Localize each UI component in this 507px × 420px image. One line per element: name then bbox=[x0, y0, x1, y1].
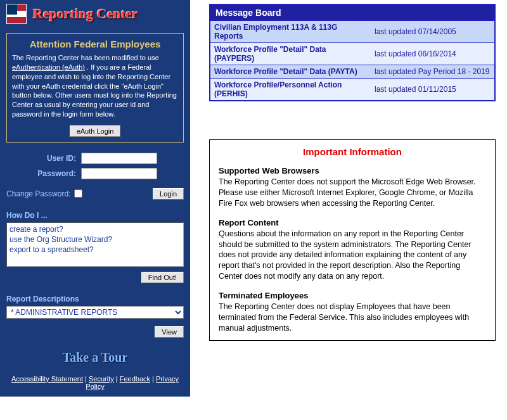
attention-heading: Attention Federal Employees bbox=[12, 39, 178, 49]
take-a-tour-link[interactable]: Take a Tour bbox=[6, 350, 184, 365]
info-subheading: Report Content bbox=[219, 218, 486, 227]
feedback-link[interactable]: Feedback bbox=[120, 375, 150, 383]
sidebar: Reporting Center Attention Federal Emplo… bbox=[0, 0, 190, 397]
report-link[interactable]: Workforce Profile "Detail" Data (PAYTA) bbox=[210, 65, 371, 79]
howdo-item[interactable]: export to a spreadsheet? bbox=[10, 245, 181, 255]
user-id-input[interactable] bbox=[81, 153, 157, 164]
report-link[interactable]: Workforce Profile/Personnel Action (PERH… bbox=[210, 79, 371, 101]
report-date: last updated Pay Period 18 - 2019 bbox=[371, 65, 494, 79]
report-date: last updated 01/11/2015 bbox=[371, 79, 494, 101]
important-info-title: Important Information bbox=[219, 146, 486, 157]
info-paragraph: The Reporting Center does not support th… bbox=[219, 177, 486, 209]
attention-pre: The Reporting Center has been modified t… bbox=[12, 54, 159, 61]
main-content: Message Board Civilian Employment 113A &… bbox=[190, 0, 507, 397]
info-subheading: Terminated Employees bbox=[219, 291, 486, 300]
login-button[interactable]: Login bbox=[153, 188, 184, 200]
report-desc-select[interactable]: * ADMINISTRATIVE REPORTS bbox=[6, 306, 184, 319]
info-subheading: Supported Web Browsers bbox=[219, 166, 486, 175]
info-paragraph: The Reporting Center does not display Em… bbox=[219, 302, 486, 334]
howdo-item[interactable]: create a report? bbox=[10, 224, 181, 234]
report-date: last updated 07/14/2005 bbox=[371, 21, 494, 43]
flag-logo-icon bbox=[6, 4, 27, 24]
table-row: Workforce Profile "Detail" Data (PAYTA) … bbox=[210, 65, 494, 79]
message-board-title: Message Board bbox=[210, 5, 494, 20]
change-password-label: Change Password: bbox=[6, 189, 70, 198]
message-board-table: Civilian Employment 113A & 113G Reports … bbox=[210, 20, 494, 100]
logo-row: Reporting Center bbox=[6, 0, 184, 29]
attention-text: The Reporting Center has been modified t… bbox=[12, 53, 178, 119]
table-row: Civilian Employment 113A & 113G Reports … bbox=[210, 21, 494, 43]
footer-links: Accessibility Statement | Security | Fee… bbox=[6, 375, 184, 390]
attention-panel: Attention Federal Employees The Reportin… bbox=[6, 33, 184, 143]
table-row: Workforce Profile/Personnel Action (PERH… bbox=[210, 79, 494, 101]
info-paragraph: Questions about the information on any r… bbox=[219, 229, 486, 282]
table-row: Workforce Profile "Detail" Data (PAYPERS… bbox=[210, 43, 494, 65]
howdo-heading: How Do I ... bbox=[6, 211, 184, 220]
view-button[interactable]: View bbox=[155, 326, 184, 338]
report-link[interactable]: Civilian Employment 113A & 113G Reports bbox=[210, 21, 371, 43]
report-desc-heading: Report Descriptions bbox=[6, 295, 184, 303]
password-input[interactable] bbox=[81, 168, 157, 179]
security-link[interactable]: Security bbox=[89, 375, 114, 383]
find-out-button[interactable]: Find Out! bbox=[141, 272, 184, 283]
important-info-panel: Important Information Supported Web Brow… bbox=[209, 139, 496, 341]
eauth-link[interactable]: eAuthentication (eAuth) bbox=[12, 63, 85, 71]
eauth-login-button[interactable]: eAuth Login bbox=[70, 125, 121, 137]
report-date: last updated 06/16/2014 bbox=[371, 43, 494, 65]
change-password-checkbox[interactable] bbox=[74, 189, 82, 198]
login-form: User ID: Password: Change Password: Logi… bbox=[6, 153, 184, 200]
howdo-list[interactable]: create a report? use the Org Structure W… bbox=[6, 222, 184, 267]
password-label: Password: bbox=[6, 169, 76, 178]
accessibility-link[interactable]: Accessibility Statement bbox=[11, 375, 83, 383]
site-title: Reporting Center bbox=[33, 6, 138, 22]
user-id-label: User ID: bbox=[6, 154, 76, 163]
howdo-item[interactable]: use the Org Structure Wizard? bbox=[10, 234, 181, 245]
attention-post: . If you are a Federal employee and wish… bbox=[12, 63, 177, 118]
report-link[interactable]: Workforce Profile "Detail" Data (PAYPERS… bbox=[210, 43, 371, 65]
message-board: Message Board Civilian Employment 113A &… bbox=[209, 4, 496, 101]
